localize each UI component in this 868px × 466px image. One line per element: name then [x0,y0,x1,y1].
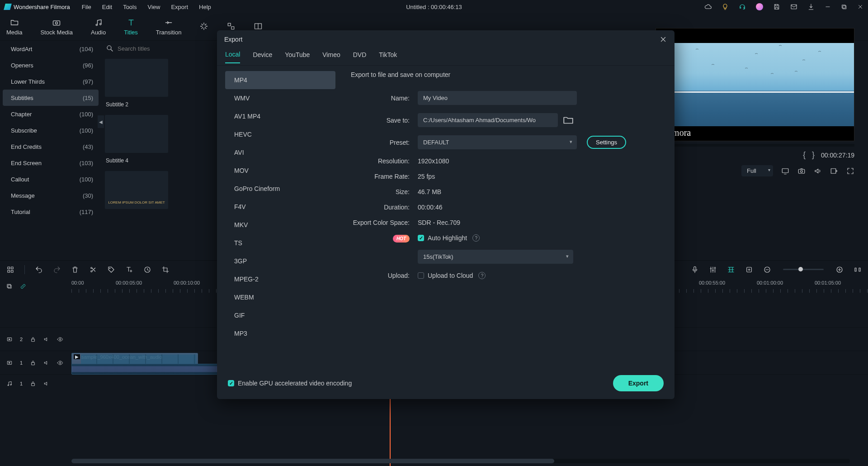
menu-help[interactable]: Help [199,4,211,10]
format-item[interactable]: GoPro Cineform [225,180,335,198]
split-icon[interactable] [89,266,97,274]
category-item[interactable]: End Credits(43) [0,138,101,155]
undo-icon[interactable] [35,266,43,274]
format-item[interactable]: TS [225,234,335,252]
category-item[interactable]: Message(30) [0,187,101,204]
save-icon[interactable] [773,3,780,10]
format-item[interactable]: AVI [225,143,335,162]
lightbulb-icon[interactable] [722,3,729,10]
export-tab-youtube[interactable]: YouTube [285,51,310,63]
format-item[interactable]: WEBM [225,288,335,306]
delete-icon[interactable] [71,266,79,274]
headset-icon[interactable] [739,3,746,10]
export-tab-vimeo[interactable]: Vimeo [322,51,340,63]
settings-button[interactable]: Settings [587,136,626,149]
category-item[interactable]: Subtitles(15) [3,90,99,106]
format-item[interactable]: GIF [225,306,335,324]
mark-out-icon[interactable]: } [812,150,815,160]
speed-icon[interactable] [143,266,151,274]
title-thumbnail[interactable]: LOREM IPSUM DOLOR SIT AMET [105,171,168,209]
preset-select[interactable]: DEFAULT [418,135,577,149]
visibility-icon[interactable] [57,360,63,366]
window-close-icon[interactable] [857,4,863,10]
menu-tools[interactable]: Tools [123,4,137,10]
menu-file[interactable]: File [82,4,91,10]
format-item[interactable]: MP4 [225,71,335,89]
fullscreen-icon[interactable] [846,167,854,175]
account-avatar-icon[interactable] [756,3,763,10]
export-button[interactable]: Export [613,375,664,391]
zoom-in-icon[interactable] [835,266,844,274]
category-item[interactable]: Chapter(100) [0,106,101,122]
category-item[interactable]: Openers(96) [0,57,101,73]
format-item[interactable]: MPEG-2 [225,270,335,288]
export-tab-local[interactable]: Local [225,51,240,63]
menu-view[interactable]: View [147,4,160,10]
tab-transitions[interactable]: Transition [156,18,182,36]
category-item[interactable]: Subscribe(100) [0,122,101,138]
zoom-fit-icon[interactable] [854,266,862,274]
search-input[interactable] [118,45,163,52]
cloud-icon[interactable] [704,3,712,10]
name-input[interactable] [418,91,577,105]
preview-progress[interactable] [656,144,854,147]
window-minimize-icon[interactable] [825,4,831,10]
display-icon[interactable] [781,167,789,175]
copy-icon[interactable] [6,283,13,290]
export-tab-dvd[interactable]: DVD [353,51,367,63]
upload-cloud-checkbox[interactable] [418,272,424,279]
tab-stock-media[interactable]: Stock Media [40,18,73,36]
mail-icon[interactable] [790,3,797,10]
window-maximize-icon[interactable] [841,4,847,10]
volume-icon[interactable] [814,167,822,175]
tab-titles[interactable]: Titles [124,18,138,36]
category-item[interactable]: Callout(100) [0,171,101,187]
lock-icon[interactable] [30,380,36,387]
export-tab-tiktok[interactable]: TikTok [379,51,397,63]
tab-media[interactable]: Media [6,18,22,36]
save-to-input[interactable] [418,113,558,127]
format-item[interactable]: WMV [225,89,335,107]
format-item[interactable]: 3GP [225,252,335,270]
grid-icon[interactable] [6,266,14,274]
category-item[interactable]: WordArt(104) [0,41,101,57]
snapshot-icon[interactable] [797,167,806,175]
menu-export[interactable]: Export [171,4,188,10]
export-frame-icon[interactable] [830,167,838,175]
help-icon[interactable]: ? [478,272,486,279]
gpu-checkbox[interactable] [228,380,234,386]
preview-quality-select[interactable]: Full [741,165,773,176]
tab-audio[interactable]: Audio [91,18,106,36]
export-tab-device[interactable]: Device [253,51,272,63]
format-item[interactable]: MOV [225,162,335,180]
dialog-close-icon[interactable] [659,35,667,43]
audio-mixer-icon[interactable] [709,266,717,274]
mute-icon[interactable] [43,380,50,387]
mute-icon[interactable] [43,336,50,342]
tag-icon[interactable] [107,266,115,274]
zoom-out-icon[interactable] [763,266,771,274]
category-item[interactable]: Lower Thirds(97) [0,73,101,90]
zoom-slider[interactable] [783,269,824,270]
panel-collapse-handle[interactable]: ◀ [98,115,104,128]
preview-canvas[interactable]: e Filmora [656,28,854,141]
category-item[interactable]: End Screen(103) [0,155,101,171]
mute-icon[interactable] [43,360,50,366]
crop-icon[interactable] [161,266,170,274]
auto-beat-icon[interactable] [727,266,735,274]
redo-icon[interactable] [53,266,61,274]
category-item[interactable]: Tutorial(117) [0,204,101,220]
mark-in-icon[interactable]: { [803,150,806,160]
format-item[interactable]: AV1 MP4 [225,107,335,125]
visibility-icon[interactable] [57,336,63,342]
text-add-icon[interactable] [125,266,133,274]
highlight-preset-select[interactable]: 15s(TikTok) [418,250,573,264]
format-item[interactable]: F4V [225,198,335,216]
menu-edit[interactable]: Edit [102,4,112,10]
format-item[interactable]: MKV [225,216,335,234]
voiceover-icon[interactable] [691,266,699,274]
title-thumbnail[interactable] [105,59,168,97]
auto-highlight-checkbox[interactable] [418,235,424,241]
browse-folder-icon[interactable] [562,114,574,126]
format-item[interactable]: HEVC [225,125,335,143]
